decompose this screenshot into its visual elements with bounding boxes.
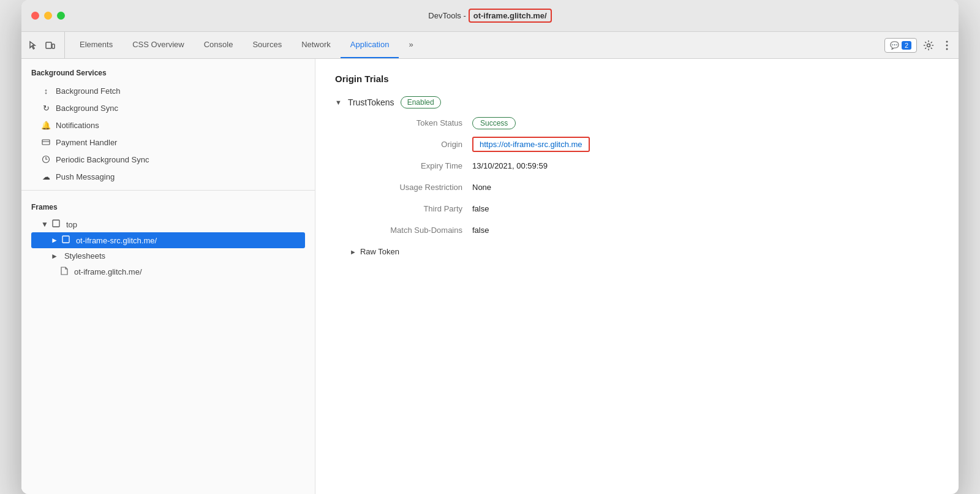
chevron-right-icon: ►: [51, 252, 58, 260]
frames-section: Frames ▼ top ► ot-iframe-src.glitch.me/: [21, 196, 315, 285]
tab-application[interactable]: Application: [341, 32, 399, 58]
frame-box-icon: [62, 235, 70, 245]
field-value-origin: https://ot-iframe-src.glitch.me: [472, 140, 590, 149]
chevron-right-icon: ►: [51, 236, 58, 245]
svg-rect-1: [52, 44, 55, 48]
field-label: Expiry Time: [350, 161, 472, 170]
raw-token-row[interactable]: ► Raw Token: [350, 247, 939, 256]
frame-label: Stylesheets: [64, 251, 105, 260]
close-button[interactable]: [31, 12, 39, 20]
background-services-header: Background Services: [21, 59, 315, 82]
sidebar-item-label: Periodic Background Sync: [56, 155, 149, 164]
sidebar-item-periodic-background-sync[interactable]: Periodic Background Sync: [21, 151, 315, 168]
frame-label: ot-iframe-src.glitch.me/: [76, 236, 157, 245]
content-panel: Origin Trials ▼ TrustTokens Enabled Toke…: [315, 59, 959, 494]
sidebar-item-label: Background Sync: [56, 104, 118, 113]
field-label: Token Status: [350, 118, 472, 127]
chevron-right-icon: ►: [350, 248, 356, 256]
frame-item-ot-iframe-src[interactable]: ► ot-iframe-src.glitch.me/: [31, 232, 305, 248]
sidebar-divider: [21, 190, 315, 191]
push-messaging-icon: ☁: [41, 172, 51, 181]
more-options-icon[interactable]: [940, 39, 954, 52]
chevron-down-icon[interactable]: ▼: [335, 99, 342, 106]
field-value-token-status: Success: [472, 118, 516, 127]
notifications-icon: 🔔: [41, 120, 51, 130]
frame-item-top[interactable]: ▼ top: [31, 216, 305, 232]
toolbar-tabs: Elements CSS Overview Console Sources Ne…: [70, 32, 884, 58]
file-icon: [61, 267, 68, 277]
frames-header: Frames: [31, 203, 305, 211]
field-value-third-party: false: [472, 204, 489, 213]
frame-label: ot-iframe.glitch.me/: [74, 267, 142, 276]
field-value-match-sub-domains: false: [472, 226, 489, 235]
cursor-icon[interactable]: [26, 39, 40, 52]
tab-css-overview[interactable]: CSS Overview: [123, 32, 194, 58]
field-row-usage-restriction: Usage Restriction None: [350, 183, 939, 192]
sidebar-item-payment-handler[interactable]: Payment Handler: [21, 134, 315, 151]
page-title: Origin Trials: [335, 74, 939, 84]
tab-sources[interactable]: Sources: [243, 32, 292, 58]
svg-rect-9: [53, 220, 59, 227]
field-label: Match Sub-Domains: [350, 226, 472, 235]
sidebar-item-background-sync[interactable]: ↻ Background Sync: [21, 99, 315, 116]
field-label: Third Party: [350, 204, 472, 213]
background-sync-icon: ↻: [41, 103, 51, 113]
frame-item-ot-iframe-glitch[interactable]: ot-iframe.glitch.me/: [31, 264, 305, 280]
titlebar-prefix: DevTools -: [428, 11, 466, 20]
titlebar-url: ot-iframe.glitch.me/: [469, 9, 552, 23]
sidebar-item-label: Background Fetch: [56, 86, 121, 96]
toolbar: Elements CSS Overview Console Sources Ne…: [21, 32, 959, 59]
background-fetch-icon: ↕: [41, 86, 51, 96]
sidebar-item-notifications[interactable]: 🔔 Notifications: [21, 116, 315, 134]
svg-rect-6: [42, 140, 50, 145]
field-row-token-status: Token Status Success: [350, 118, 939, 127]
settings-icon[interactable]: [922, 39, 935, 52]
main-content: Background Services ↕ Background Fetch ↻…: [21, 59, 959, 494]
toolbar-right: 💬 2: [884, 32, 954, 58]
field-label: Usage Restriction: [350, 183, 472, 192]
field-value-expiry: 13/10/2021, 00:59:59: [472, 161, 548, 170]
maximize-button[interactable]: [57, 12, 65, 20]
frame-label: top: [66, 220, 77, 229]
payment-handler-icon: [41, 137, 51, 147]
svg-point-4: [946, 44, 948, 46]
titlebar: DevTools - ot-iframe.glitch.me/: [21, 0, 959, 32]
sidebar-item-background-fetch[interactable]: ↕ Background Fetch: [21, 82, 315, 99]
field-row-match-sub-domains: Match Sub-Domains false: [350, 226, 939, 235]
svg-rect-0: [46, 42, 51, 48]
raw-token-label: Raw Token: [360, 247, 399, 256]
message-count: 2: [902, 41, 911, 50]
fields-table: Token Status Success Origin https://ot-i…: [350, 118, 939, 235]
field-row-third-party: Third Party false: [350, 204, 939, 213]
devtools-window: DevTools - ot-iframe.glitch.me/ Elements: [21, 0, 959, 494]
sidebar-item-push-messaging[interactable]: ☁ Push Messaging: [21, 168, 315, 185]
trial-header: ▼ TrustTokens Enabled: [335, 96, 939, 108]
field-row-origin: Origin https://ot-iframe-src.glitch.me: [350, 140, 939, 149]
tab-more[interactable]: »: [399, 32, 423, 58]
messages-button[interactable]: 💬 2: [884, 38, 917, 53]
svg-point-3: [946, 40, 948, 42]
sidebar-item-label: Payment Handler: [56, 138, 117, 147]
toolbar-left-icons: [26, 32, 65, 58]
tab-elements[interactable]: Elements: [70, 32, 123, 58]
svg-rect-10: [62, 236, 69, 243]
titlebar-text: DevTools - ot-iframe.glitch.me/: [428, 9, 551, 23]
sidebar-item-label: Push Messaging: [56, 172, 115, 181]
success-badge: Success: [472, 117, 516, 129]
traffic-lights: [31, 12, 65, 20]
tab-network[interactable]: Network: [292, 32, 341, 58]
frame-item-stylesheets[interactable]: ► Stylesheets: [31, 248, 305, 264]
field-row-expiry-time: Expiry Time 13/10/2021, 00:59:59: [350, 161, 939, 170]
trial-name: TrustTokens: [348, 97, 394, 107]
minimize-button[interactable]: [44, 12, 52, 20]
chevron-down-icon: ▼: [41, 220, 48, 229]
field-label: Origin: [350, 140, 472, 149]
svg-point-5: [946, 48, 948, 50]
tab-console[interactable]: Console: [194, 32, 243, 58]
periodic-sync-icon: [41, 154, 51, 164]
svg-point-2: [927, 44, 930, 47]
sidebar: Background Services ↕ Background Fetch ↻…: [21, 59, 315, 494]
frame-box-icon: [52, 219, 60, 229]
responsive-icon[interactable]: [43, 39, 57, 52]
origin-url[interactable]: https://ot-iframe-src.glitch.me: [472, 137, 590, 152]
